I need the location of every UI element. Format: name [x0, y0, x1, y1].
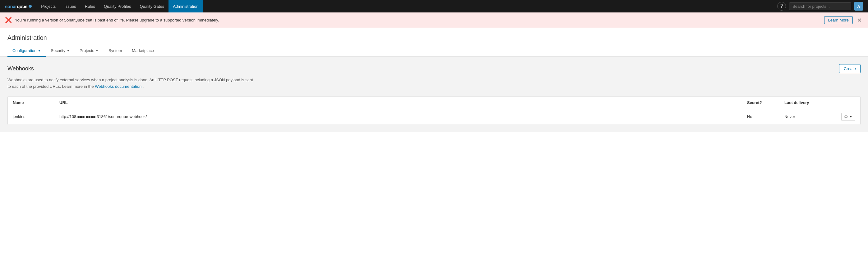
- webhooks-table-container: Name URL Secret? Last delivery jenkins h…: [7, 96, 861, 125]
- alert-banner: ❌ You're running a version of SonarQube …: [0, 12, 868, 28]
- table-row: jenkins http://108.■■■ ■■■■.31861/sonarq…: [8, 109, 860, 124]
- sub-nav-marketplace[interactable]: Marketplace: [127, 45, 159, 57]
- webhooks-doc-link[interactable]: Webhooks documentation: [95, 84, 142, 89]
- webhook-secret: No: [742, 109, 779, 124]
- navbar: sonarqube Projects Issues Rules Quality …: [0, 0, 868, 12]
- chevron-down-icon: ▼: [95, 49, 98, 52]
- col-header-delivery: Last delivery: [779, 96, 835, 109]
- col-header-secret: Secret?: [742, 96, 779, 109]
- chevron-down-icon: ▼: [849, 115, 852, 118]
- section-description: Webhooks are used to notify external ser…: [7, 77, 256, 90]
- chevron-down-icon: ▼: [66, 49, 70, 52]
- brand[interactable]: sonarqube: [5, 4, 32, 9]
- col-header-name: Name: [8, 96, 54, 109]
- nav-item-projects[interactable]: Projects: [37, 0, 60, 12]
- section-title: Webhooks: [7, 65, 34, 72]
- alert-close-button[interactable]: ✕: [856, 18, 863, 23]
- col-header-url: URL: [54, 96, 742, 109]
- help-icon[interactable]: ?: [777, 2, 786, 10]
- gear-icon: ⚙: [844, 114, 848, 119]
- col-header-actions: [835, 96, 860, 109]
- main-content: Webhooks Create Webhooks are used to not…: [0, 57, 868, 132]
- search-input[interactable]: [789, 2, 851, 10]
- sub-nav-configuration[interactable]: Configuration ▼: [7, 45, 46, 57]
- page-wrapper: Administration Configuration ▼ Security …: [0, 28, 868, 279]
- alert-error-icon: ❌: [5, 17, 12, 24]
- sub-nav-projects[interactable]: Projects ▼: [74, 45, 103, 57]
- brand-logo-dot: [29, 5, 32, 8]
- webhook-action-button[interactable]: ⚙ ▼: [841, 113, 855, 121]
- user-avatar[interactable]: A: [854, 2, 863, 10]
- webhooks-table: Name URL Secret? Last delivery jenkins h…: [8, 96, 860, 124]
- sub-nav-system[interactable]: System: [103, 45, 127, 57]
- webhook-name: jenkins: [8, 109, 54, 124]
- sub-nav-security[interactable]: Security ▼: [46, 45, 74, 57]
- nav-item-quality-profiles[interactable]: Quality Profiles: [99, 0, 135, 12]
- create-webhook-button[interactable]: Create: [839, 64, 861, 73]
- nav-item-quality-gates[interactable]: Quality Gates: [135, 0, 168, 12]
- page-header: Administration: [0, 28, 868, 41]
- nav-item-issues[interactable]: Issues: [60, 0, 81, 12]
- webhook-url: http://108.■■■ ■■■■.31861/sonarqube-webh…: [54, 109, 742, 124]
- alert-message: You're running a version of SonarQube th…: [15, 18, 821, 22]
- brand-text: sonarqube: [5, 4, 27, 9]
- nav-right: ? A: [777, 2, 863, 10]
- webhook-actions-cell: ⚙ ▼: [835, 109, 860, 124]
- nav-item-rules[interactable]: Rules: [81, 0, 99, 12]
- page-title: Administration: [7, 34, 861, 41]
- webhook-delivery: Never: [779, 109, 835, 124]
- section-header: Webhooks Create: [7, 64, 861, 73]
- chevron-down-icon: ▼: [38, 49, 41, 52]
- nav-items: Projects Issues Rules Quality Profiles Q…: [37, 0, 777, 12]
- table-header-row: Name URL Secret? Last delivery: [8, 96, 860, 109]
- nav-item-administration[interactable]: Administration: [168, 0, 203, 12]
- sub-nav: Configuration ▼ Security ▼ Projects ▼ Sy…: [0, 45, 868, 57]
- learn-more-button[interactable]: Learn More: [824, 16, 853, 24]
